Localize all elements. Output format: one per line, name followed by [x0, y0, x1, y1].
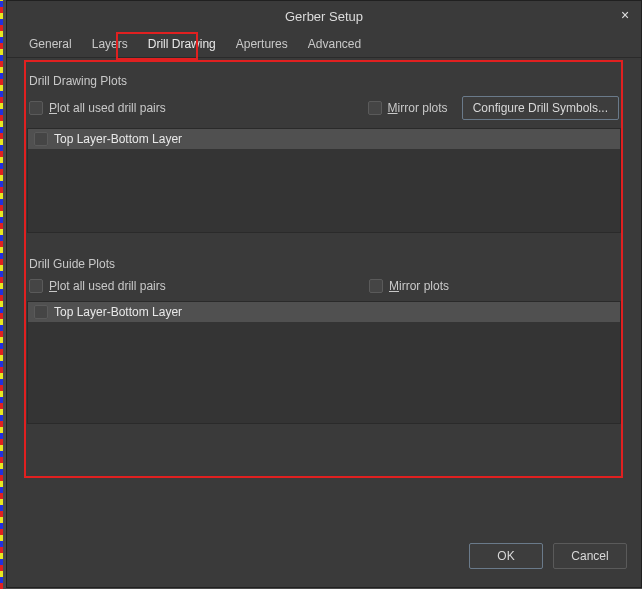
checkbox-icon [368, 101, 382, 115]
drill-drawing-options-row: Plot all used drill pairs Mirror plots C… [25, 94, 623, 128]
tab-general[interactable]: General [19, 31, 82, 57]
list-item[interactable]: Top Layer-Bottom Layer [28, 129, 620, 149]
gerber-setup-dialog: Gerber Setup × General Layers Drill Draw… [6, 0, 642, 588]
close-icon[interactable]: × [617, 7, 633, 23]
titlebar: Gerber Setup × [7, 1, 641, 31]
dialog-footer: OK Cancel [7, 529, 641, 587]
tab-drill-drawing[interactable]: Drill Drawing [138, 31, 226, 57]
mirror-plots-label: Mirror plots [388, 101, 448, 115]
plot-all-drill-pairs-checkbox[interactable]: Plot all used drill pairs [29, 101, 166, 115]
list-item-label: Top Layer-Bottom Layer [54, 305, 182, 319]
ok-button[interactable]: OK [469, 543, 543, 569]
tabstrip: General Layers Drill Drawing Apertures A… [7, 31, 641, 58]
dialog-title: Gerber Setup [285, 9, 363, 24]
mirror-plots-guide-checkbox[interactable]: Mirror plots [369, 279, 449, 293]
plot-all-label: Plot all used drill pairs [49, 101, 166, 115]
tab-layers[interactable]: Layers [82, 31, 138, 57]
list-item-label: Top Layer-Bottom Layer [54, 132, 182, 146]
configure-drill-symbols-button[interactable]: Configure Drill Symbols... [462, 96, 619, 120]
list-empty-area [28, 149, 620, 232]
list-empty-area [28, 322, 620, 423]
mirror-plots-checkbox[interactable]: Mirror plots [368, 101, 448, 115]
drill-drawing-section-label: Drill Drawing Plots [29, 74, 623, 88]
drill-guide-section-label: Drill Guide Plots [29, 257, 623, 271]
cancel-button[interactable]: Cancel [553, 543, 627, 569]
plot-all-guide-label: Plot all used drill pairs [49, 279, 166, 293]
tab-content: Drill Drawing Plots Plot all used drill … [7, 58, 641, 529]
checkbox-icon [29, 101, 43, 115]
plot-all-drill-pairs-guide-checkbox[interactable]: Plot all used drill pairs [29, 279, 166, 293]
tab-advanced[interactable]: Advanced [298, 31, 371, 57]
checkbox-icon [369, 279, 383, 293]
drill-drawing-list[interactable]: Top Layer-Bottom Layer [27, 128, 621, 233]
drill-guide-list[interactable]: Top Layer-Bottom Layer [27, 301, 621, 424]
checkbox-icon[interactable] [34, 132, 48, 146]
tab-apertures[interactable]: Apertures [226, 31, 298, 57]
checkbox-icon [29, 279, 43, 293]
mirror-plots-guide-label: Mirror plots [389, 279, 449, 293]
list-item[interactable]: Top Layer-Bottom Layer [28, 302, 620, 322]
checkbox-icon[interactable] [34, 305, 48, 319]
drill-guide-options-row: Plot all used drill pairs Mirror plots [25, 277, 623, 301]
app-edge-stripe [0, 0, 3, 589]
